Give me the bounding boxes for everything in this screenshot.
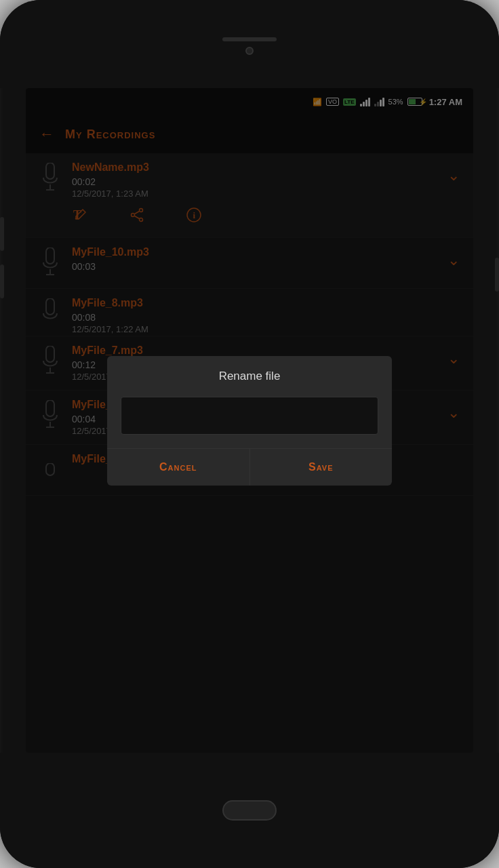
bottom-bezel: [0, 753, 499, 868]
front-camera: [245, 47, 254, 55]
top-bezel: [0, 0, 499, 88]
volume-up-button[interactable]: [0, 217, 4, 251]
volume-down-button[interactable]: [0, 264, 4, 298]
power-side-button[interactable]: [495, 258, 499, 292]
rename-input[interactable]: [121, 397, 378, 435]
cancel-button[interactable]: Cancel: [107, 449, 250, 486]
power-button[interactable]: [495, 258, 499, 292]
home-button[interactable]: [222, 800, 277, 821]
save-button[interactable]: Save: [250, 449, 393, 486]
modal-overlay: Rename file Cancel Save: [26, 88, 473, 753]
modal-buttons: Cancel Save: [107, 448, 392, 486]
screen: 📶 VO LTE 53% ⚡ 1:27 AM: [26, 88, 473, 753]
volume-buttons: [0, 217, 4, 298]
phone-frame: 📶 VO LTE 53% ⚡ 1:27 AM: [0, 0, 499, 868]
modal-input-area: [107, 391, 392, 448]
modal-title: Rename file: [107, 356, 392, 391]
rename-dialog: Rename file Cancel Save: [107, 356, 392, 486]
speaker-grille: [222, 37, 277, 41]
